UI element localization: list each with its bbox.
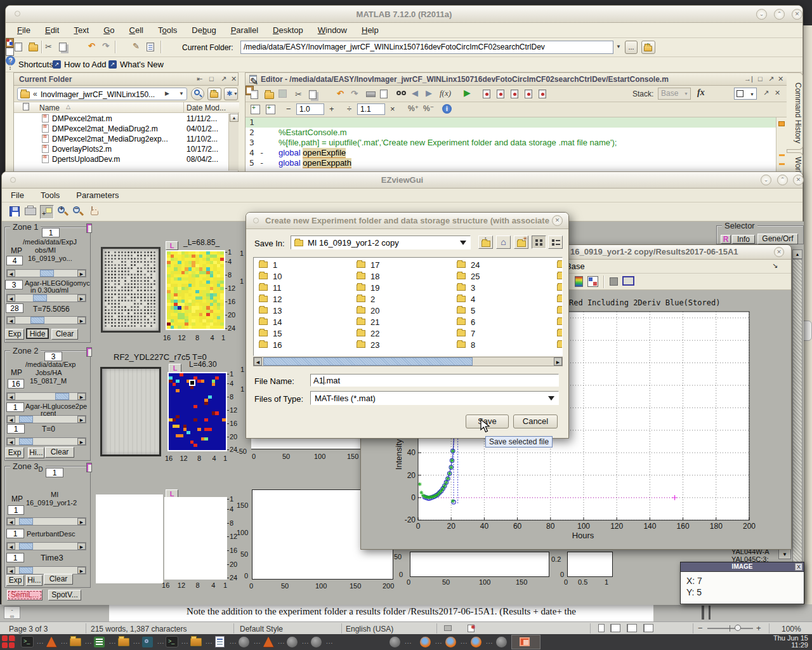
menu-tools[interactable]: Tools	[41, 190, 60, 202]
info-icon[interactable]: i	[442, 104, 452, 114]
file-row[interactable]: DMPexcel2mat_MediaDrug2exp...11/10/2...	[14, 134, 228, 144]
zone-exp-button[interactable]: Exp	[5, 448, 24, 458]
menu-cell[interactable]: Cell	[129, 25, 143, 37]
zone-exp-button[interactable]: Exp	[5, 329, 24, 340]
slider-thumb[interactable]	[19, 567, 33, 574]
new-file-icon[interactable]	[15, 43, 22, 51]
matlab-titlebar[interactable]: MATLAB 7.12.0 (R2011a) ⌄ ⌃ ✕	[6, 6, 802, 23]
view-combo[interactable]: ▼	[734, 88, 757, 100]
value-input-1[interactable]: 1.0	[296, 103, 324, 115]
bottom-plot-2[interactable]	[567, 552, 613, 577]
address-dropdown-arrow[interactable]: ▼	[179, 91, 184, 96]
time-index-input[interactable]: 1	[7, 424, 25, 434]
layout-handle-icon[interactable]	[86, 223, 92, 233]
menu-window[interactable]: Window	[318, 25, 347, 37]
zoom-slider-track[interactable]	[707, 628, 753, 629]
date-column-header[interactable]: Date Mod...	[187, 103, 226, 112]
slider-thumb[interactable]	[19, 416, 33, 423]
taskbar-item-terminal[interactable]: >_	[165, 634, 180, 650]
slider-right-arrow-icon[interactable]: ▶	[77, 518, 86, 525]
browse-button[interactable]: ...	[625, 41, 638, 54]
value-input-2[interactable]: 1.1	[357, 103, 385, 115]
mp-index-input[interactable]: 1	[8, 505, 24, 515]
folder-item[interactable]: 21	[370, 317, 379, 327]
image-panel-titlebar[interactable]: IMAGE X	[681, 562, 804, 572]
folder-item[interactable]: 10	[273, 272, 282, 281]
slider-left-arrow-icon[interactable]: ◀	[7, 295, 15, 302]
print-preview-icon[interactable]	[380, 90, 388, 98]
folder-item[interactable]: 14	[273, 317, 282, 327]
media-index-input[interactable]: 1	[6, 402, 24, 412]
folder-item[interactable]: 13	[273, 306, 282, 315]
run-icon[interactable]: ▶	[464, 88, 471, 98]
folder-item[interactable]: 23	[370, 340, 379, 350]
open-folder-icon[interactable]	[265, 92, 274, 99]
folder-item[interactable]: 11	[273, 283, 282, 293]
menu-debug[interactable]: Debug	[192, 25, 216, 37]
zone-slider[interactable]: ◀▶	[6, 415, 86, 423]
time-index-input[interactable]: 1	[6, 553, 24, 562]
taskbar-item-folder[interactable]	[69, 634, 84, 650]
menu-parameters[interactable]: Parameters	[76, 190, 119, 202]
breakpoint-icon[interactable]	[525, 90, 532, 98]
zone-number-input[interactable]: 3	[44, 352, 62, 361]
undo-icon[interactable]: ↶	[88, 41, 95, 51]
minimize-button[interactable]: ⌄	[761, 175, 771, 185]
percent-add-icon[interactable]: %⁺	[408, 104, 419, 113]
folder-item[interactable]: 17	[370, 260, 379, 270]
new-file-icon[interactable]	[251, 90, 258, 99]
multi-page-icon[interactable]	[610, 624, 620, 632]
menu-help[interactable]: Help	[362, 25, 379, 37]
right-scrollbar-track[interactable]	[792, 259, 802, 564]
dropdown-arrow-icon[interactable]	[548, 396, 554, 404]
slider-thumb[interactable]	[19, 438, 33, 445]
writer-page[interactable]: Note the addition to the experiment fold…	[109, 604, 653, 621]
taskbar-item-media-player[interactable]	[310, 634, 325, 650]
taskbar-item-matlab[interactable]	[44, 634, 60, 650]
folder-item[interactable]: 1	[273, 260, 277, 270]
slider-right-arrow-icon[interactable]: ▶	[77, 317, 86, 324]
mp-index-input[interactable]: 4	[6, 256, 23, 265]
shortcut-whats-new[interactable]: What's New	[120, 60, 164, 69]
copy-icon[interactable]	[59, 43, 67, 51]
up-folder-button[interactable]: ↑	[478, 235, 493, 249]
slider-thumb[interactable]	[19, 518, 33, 525]
home-button[interactable]: ⌂	[496, 235, 511, 249]
zoom-in-icon[interactable]: +	[58, 206, 69, 218]
menu-tools[interactable]: Tools	[158, 25, 177, 37]
menu-desktop[interactable]: Desktop	[273, 25, 303, 37]
file-list-header[interactable]: Name △ Date Mod...	[14, 102, 239, 113]
dialog-horizontal-scrollbar[interactable]: ◀ ▶	[253, 357, 563, 366]
zoom-out-icon[interactable]: −	[698, 623, 703, 633]
folder-item[interactable]: 20	[370, 306, 379, 315]
zoom-slider-thumb[interactable]	[735, 625, 741, 631]
taskbar-item-firefox[interactable]	[444, 634, 459, 650]
zone-slider[interactable]: ◀▶	[6, 294, 86, 302]
breakpoint-icon[interactable]	[539, 90, 546, 98]
colormap-icon[interactable]	[575, 276, 583, 287]
slider-left-arrow-icon[interactable]: ◀	[7, 317, 15, 324]
slider-left-arrow-icon[interactable]: ◀	[7, 438, 15, 445]
zone-slider[interactable]: ◀▶	[6, 392, 86, 401]
slider-right-arrow-icon[interactable]: ▶	[77, 543, 86, 550]
taskbar-item-matlab[interactable]	[261, 634, 277, 650]
folder-item[interactable]: 22	[370, 329, 379, 338]
breakpoint-icon[interactable]	[497, 90, 504, 98]
slider-thumb[interactable]	[19, 543, 33, 550]
slider-left-arrow-icon[interactable]: ◀	[7, 543, 15, 550]
close-panel-icon[interactable]: ✕	[775, 89, 780, 97]
open-folder-icon[interactable]	[29, 44, 38, 51]
percent-remove-icon[interactable]: %⁻	[423, 104, 434, 113]
close-button[interactable]: ✕	[774, 247, 784, 257]
scroll-thumb[interactable]	[263, 357, 473, 366]
slider-thumb[interactable]	[33, 295, 47, 302]
multiply-button[interactable]: ×	[390, 104, 395, 114]
divide-button[interactable]: ÷	[347, 104, 351, 114]
folder-item[interactable]: 6	[471, 317, 475, 327]
shortcut-how-to-add[interactable]: How to Add	[64, 60, 107, 69]
taskbar-item-terminal[interactable]: >_	[20, 634, 36, 650]
warning-tick[interactable]	[779, 163, 785, 165]
zone-slider[interactable]: ◀▶	[6, 517, 86, 526]
cut-icon[interactable]: ✂	[295, 90, 302, 100]
redo-icon[interactable]: ↷	[102, 41, 109, 51]
